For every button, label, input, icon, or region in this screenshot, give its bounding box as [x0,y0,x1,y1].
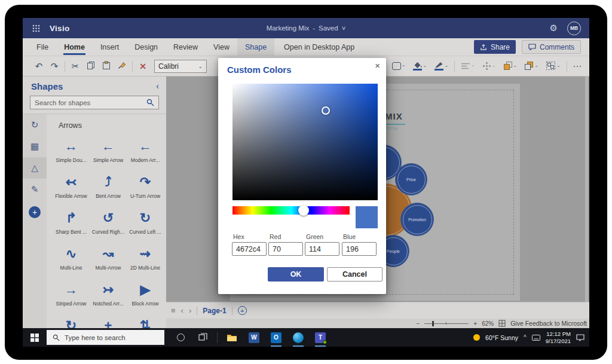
diagram-circle-promotion[interactable]: Promotion [400,203,434,236]
shape-item[interactable]: → Striped Arrow [53,279,90,315]
cortana-button[interactable] [173,328,188,347]
diagram-title[interactable]: MIX [385,111,403,121]
settings-gear-icon[interactable]: ⚙ [550,23,558,33]
fill-color-button[interactable]: ⌄ [413,61,427,72]
bring-forward-button[interactable]: ⌄ [503,61,518,72]
font-select[interactable]: Calibri ⌄ [154,60,207,73]
app-launcher-icon[interactable] [32,25,40,32]
line-color-button[interactable]: ⌄ [434,61,448,72]
red-field[interactable] [268,242,303,256]
shape-item[interactable]: + [90,315,127,328]
zoom-in-button[interactable]: + [473,320,477,327]
weather-sun-icon[interactable] [473,334,480,341]
open-in-desktop-app[interactable]: Open in Desktop App [284,43,354,51]
action-center-icon[interactable] [576,334,585,341]
stencil-edit-icon[interactable]: ✎ [23,179,47,200]
keyboard-tray-icon[interactable] [532,335,540,341]
save-status-caret-icon[interactable]: ˅ [342,25,346,32]
file-explorer-button[interactable] [224,328,240,347]
menu-insert[interactable]: Insert [93,38,127,56]
next-page-icon[interactable]: › [189,306,191,315]
shape-item[interactable]: ⇝ 2D Multi-Line [127,243,164,279]
shape-item[interactable]: ↷ U-Turn Arrow [127,172,164,207]
shape-item[interactable]: ⤴ Bent Arrow [90,172,127,207]
shape-item[interactable]: ↺ Curved Righ... [90,207,127,243]
menu-file[interactable]: File [29,38,56,56]
align-button[interactable]: ⌄ [461,62,475,71]
diagram-circle-price[interactable]: Price [395,163,427,195]
shape-style-button[interactable]: ⌄ [392,62,406,71]
blue-field[interactable] [342,242,377,256]
hue-slider[interactable] [232,206,350,215]
zoom-slider-thumb[interactable] [432,321,434,326]
edge-button[interactable] [290,328,306,347]
position-button[interactable]: ⌄ [482,62,496,72]
color-picker-ring[interactable] [322,106,330,115]
more-options-button[interactable]: ⋯ [570,61,585,72]
clock[interactable]: 12:12 PM 9/17/2021 [546,331,571,345]
delete-button[interactable]: ✕ [135,62,151,71]
undo-button[interactable]: ↶ [31,61,47,72]
shape-item[interactable]: ⇅ [127,315,164,328]
weather-text[interactable]: 60°F Sunny [485,334,518,341]
zoom-slider[interactable] [424,323,469,324]
page-list-icon[interactable]: ≡ [171,306,176,315]
stencil-shapes-icon[interactable]: △ [23,157,47,179]
shape-item[interactable]: ← Simple Arrow [90,136,127,172]
format-painter-button[interactable] [114,61,130,71]
page-tab[interactable]: Page-1 [203,307,226,315]
feedback-link[interactable]: Give Feedback to Microsoft [510,320,587,327]
outlook-button[interactable]: O [268,328,284,347]
add-page-button[interactable]: + [238,306,247,315]
menu-shape[interactable]: Shape [237,38,274,56]
close-icon[interactable]: × [375,60,380,71]
previous-page-icon[interactable]: ‹ [181,306,183,315]
add-stencil-button[interactable]: + [29,206,41,218]
taskbar-search-input[interactable]: Type here to search [47,330,164,345]
hue-slider-thumb[interactable] [298,205,309,216]
teams-button[interactable]: T [313,328,328,347]
collapse-panel-icon[interactable]: ‹ [156,81,159,91]
green-field[interactable] [305,242,339,256]
copy-button[interactable] [83,61,99,72]
canvas-scrollbar[interactable] [585,77,588,302]
shape-item[interactable]: ↢ Flexible Arrow [53,172,90,207]
shape-item[interactable]: ↱ Sharp Bent ... [53,207,90,243]
task-view-button[interactable] [195,328,210,347]
stencil-recent-icon[interactable]: ↻ [23,114,47,136]
cancel-button[interactable]: Cancel [327,267,382,282]
shape-item[interactable]: ↝ Multi-Arrow [90,243,127,279]
group-button[interactable]: ⌄ [546,61,561,72]
search-icon[interactable] [146,99,154,106]
zoom-out-button[interactable]: − [416,320,420,327]
ok-button[interactable]: OK [268,267,324,282]
account-avatar[interactable]: MB [567,22,581,35]
shape-search-input[interactable]: Search for shapes [30,96,159,109]
start-button[interactable] [23,328,47,347]
zoom-level[interactable]: 62% [482,320,494,327]
word-button[interactable]: W [246,328,262,347]
shape-item[interactable]: ∿ Multi-Line [53,243,90,279]
hex-field[interactable] [232,242,267,256]
paste-button[interactable] [99,61,114,72]
menu-home[interactable]: Home [56,38,93,56]
document-title-bar[interactable]: Marketing Mix - Saved ˅ [23,18,589,38]
menu-review[interactable]: Review [166,38,206,56]
shape-item[interactable]: ↻ Curved Left ... [127,207,164,243]
shape-item[interactable]: ▶ Block Arrow [127,279,164,315]
fit-page-icon[interactable] [498,320,506,327]
comments-button[interactable]: Comments [522,40,581,54]
tray-chevron-up-icon[interactable]: ^ [524,334,527,341]
shape-item[interactable]: ↻ [53,315,90,328]
redo-button[interactable]: ↷ [47,61,62,72]
shape-item[interactable]: ↣ Notched Arr... [90,279,127,315]
saturation-value-picker[interactable] [232,84,378,200]
stencil-basic-icon[interactable]: ▦ [23,136,47,157]
menu-view[interactable]: View [206,38,237,56]
send-backward-button[interactable]: ⌄ [524,61,538,72]
shape-item[interactable]: ← Modern Arr... [127,136,164,172]
menu-design[interactable]: Design [127,38,166,56]
shape-item[interactable]: ↔ Simple Dou... [53,136,90,172]
share-button[interactable]: Share [474,40,516,54]
cut-button[interactable]: ✂ [68,61,83,72]
